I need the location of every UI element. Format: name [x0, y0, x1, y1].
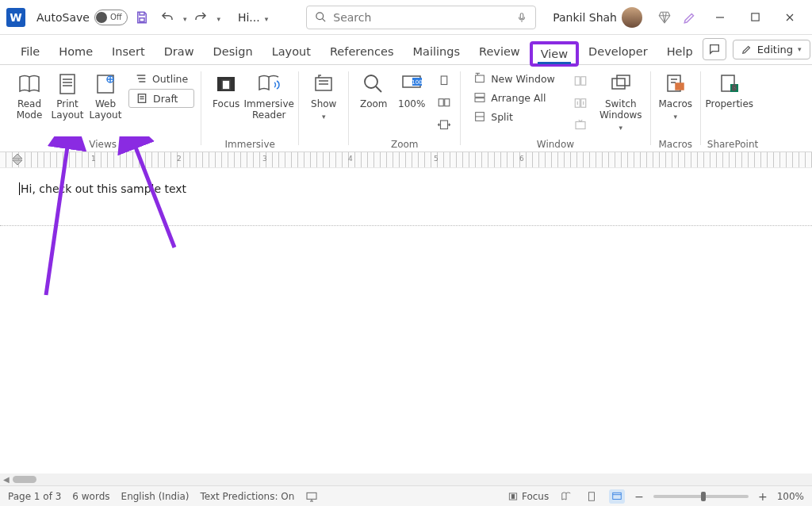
draft-button[interactable]: Draft	[128, 89, 194, 108]
editing-mode-button[interactable]: Editing ▾	[733, 40, 810, 59]
close-button[interactable]	[774, 6, 806, 29]
properties-button[interactable]: S Properties	[707, 68, 752, 109]
zoom-slider[interactable]	[653, 495, 749, 498]
group-views: Read Mode Print Layout Web Layout Outlin…	[5, 65, 201, 151]
zoom-button[interactable]: Zoom	[355, 68, 392, 109]
immersive-reader-button[interactable]: Immersive Reader	[246, 68, 292, 121]
view-read-mode-icon[interactable]	[558, 489, 574, 504]
web-page-icon	[93, 71, 118, 97]
svg-text:S: S	[732, 85, 737, 92]
status-language[interactable]: English (India)	[121, 491, 190, 502]
properties-icon: S	[717, 71, 742, 97]
macros-button[interactable]: Macros ▾	[657, 68, 694, 122]
read-mode-button[interactable]: Read Mode	[11, 68, 48, 121]
focus-button[interactable]: Focus	[208, 68, 244, 109]
svg-text:100: 100	[412, 79, 423, 86]
svg-rect-3	[751, 13, 758, 21]
svg-rect-20	[475, 94, 485, 98]
show-dropdown[interactable]: Show ▾	[305, 68, 342, 122]
redo-dropdown[interactable]	[215, 11, 220, 24]
tab-layout[interactable]: Layout	[262, 39, 320, 64]
status-words[interactable]: 6 words	[72, 491, 109, 502]
redo-icon[interactable]	[190, 6, 212, 29]
autosave-toggle[interactable]: AutoSave Off	[36, 10, 128, 25]
user-account[interactable]: Pankil Shah	[553, 7, 642, 28]
search-box[interactable]	[306, 6, 536, 29]
minimize-button[interactable]	[704, 6, 736, 29]
search-input[interactable]	[333, 11, 510, 24]
multi-page-button[interactable]	[435, 94, 454, 113]
tab-references[interactable]: References	[320, 39, 404, 64]
filename[interactable]: Hi...	[238, 11, 260, 24]
tab-review[interactable]: Review	[469, 39, 530, 64]
switch-windows-button[interactable]: Switch Windows ▾	[598, 68, 644, 133]
outline-button[interactable]: Outline	[128, 70, 194, 87]
text-cursor	[19, 182, 20, 195]
zoom-100-button[interactable]: 100 100%	[393, 68, 430, 109]
group-show: Show ▾	[299, 65, 348, 151]
open-book-icon	[17, 71, 42, 97]
svg-rect-0	[140, 17, 144, 21]
display-settings-icon[interactable]	[305, 490, 318, 503]
new-window-button[interactable]: New Window	[467, 70, 561, 87]
diamond-icon[interactable]	[653, 6, 676, 29]
toggle-switch[interactable]: Off	[94, 10, 128, 25]
svg-point-1	[316, 13, 324, 20]
svg-rect-27	[576, 122, 585, 129]
svg-rect-31	[676, 83, 684, 90]
svg-rect-9	[222, 80, 230, 90]
zoom-in-button[interactable]: +	[758, 490, 768, 503]
tab-help[interactable]: Help	[657, 39, 703, 64]
one-page-button[interactable]	[435, 71, 454, 90]
status-page[interactable]: Page 1 of 3	[8, 491, 61, 502]
avatar	[622, 7, 642, 28]
tab-developer[interactable]: Developer	[579, 39, 657, 64]
svg-rect-16	[439, 99, 443, 106]
document-body[interactable]: Hi, check out this sample text	[0, 168, 812, 209]
indent-marker-icon[interactable]	[13, 154, 22, 167]
tab-file[interactable]: File	[11, 39, 49, 64]
pen-icon[interactable]	[679, 6, 701, 29]
group-label-views: Views	[11, 139, 194, 151]
zoom-percentage[interactable]: 100%	[777, 491, 804, 502]
tab-design[interactable]: Design	[204, 39, 262, 64]
page-width-button[interactable]	[435, 116, 454, 135]
save-icon[interactable]	[131, 6, 153, 29]
print-layout-button[interactable]: Print Layout	[49, 68, 86, 121]
maximize-button[interactable]	[739, 6, 771, 29]
microphone-icon[interactable]	[516, 10, 527, 25]
sync-scroll-button[interactable]	[571, 94, 590, 113]
tab-draw[interactable]: Draw	[155, 39, 204, 64]
tab-view[interactable]: View	[530, 41, 579, 67]
view-print-layout-icon[interactable]	[584, 489, 599, 504]
zoom-out-button[interactable]: −	[634, 490, 644, 503]
ribbon-tabs: File Home Insert Draw Design Layout Refe…	[0, 35, 812, 65]
horizontal-ruler[interactable]: 123456	[0, 152, 812, 168]
undo-icon[interactable]	[156, 6, 178, 29]
scrollbar-thumb[interactable]	[13, 476, 36, 483]
tab-insert[interactable]: Insert	[102, 39, 155, 64]
arrange-all-button[interactable]: Arrange All	[467, 89, 561, 106]
scroll-left-arrow[interactable]: ◀	[3, 475, 10, 484]
view-web-layout-icon[interactable]	[609, 489, 625, 504]
view-side-by-side-button[interactable]	[571, 71, 590, 90]
horizontal-scrollbar[interactable]: ◀	[0, 473, 812, 485]
reset-position-button[interactable]	[571, 116, 590, 135]
word-app-icon: W	[6, 8, 25, 27]
comments-button[interactable]	[703, 38, 726, 60]
tab-home[interactable]: Home	[49, 39, 102, 64]
filename-dropdown[interactable]	[263, 11, 269, 24]
web-layout-button[interactable]: Web Layout	[87, 68, 124, 121]
hundred-icon: 100	[399, 71, 424, 97]
split-button[interactable]: Split	[467, 108, 561, 125]
group-label-immersive: Immersive	[208, 139, 292, 151]
show-icon	[311, 71, 336, 97]
status-predictions[interactable]: Text Predictions: On	[201, 491, 295, 502]
undo-dropdown[interactable]	[182, 11, 187, 24]
group-sharepoint: S Properties SharePoint	[701, 65, 764, 151]
zoom-slider-knob[interactable]	[701, 492, 706, 501]
document-area[interactable]: Hi, check out this sample text	[0, 168, 812, 473]
tab-mailings[interactable]: Mailings	[404, 39, 469, 64]
focus-mode-status[interactable]: Focus	[508, 491, 549, 502]
switch-windows-icon	[608, 71, 634, 97]
